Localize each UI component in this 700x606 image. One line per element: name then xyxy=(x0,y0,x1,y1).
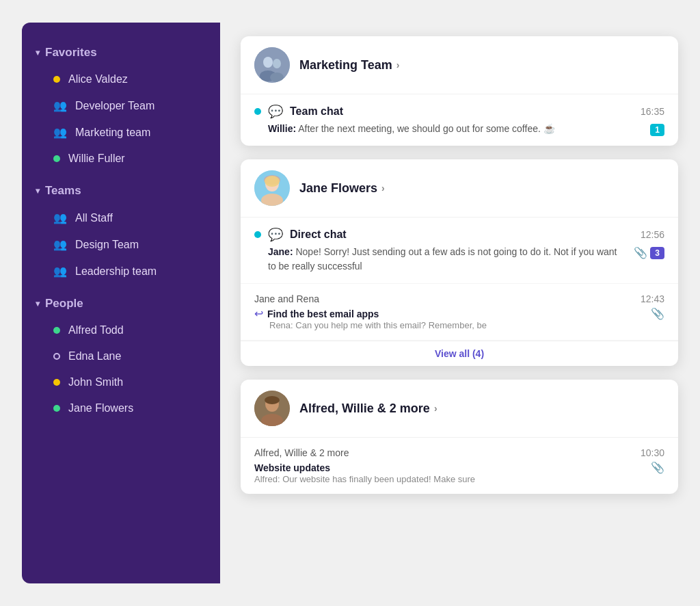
chat-preview-direct: Jane: Nope! Sorry! Just sending out a fe… xyxy=(254,245,627,274)
people-section[interactable]: ▾ People xyxy=(22,290,220,317)
card-title-jane: Jane Flowers › xyxy=(299,181,385,196)
sidebar-item-jane-flowers[interactable]: Jane Flowers xyxy=(26,395,216,421)
unread-badge-blue: 3 xyxy=(650,247,664,259)
chat-bubble-icon: 💬 xyxy=(268,227,283,242)
sidebar-item-edna[interactable]: Edna Lane xyxy=(26,343,216,369)
sub-participants: Jane and Rena xyxy=(254,293,319,304)
avatar-marketing xyxy=(254,47,290,83)
dot-empty-icon xyxy=(53,353,60,360)
online-indicator xyxy=(254,231,261,238)
sidebar-item-label: Edna Lane xyxy=(68,350,121,363)
chat-row-direct[interactable]: 💬 Direct chat 12:56 Jane: Nope! Sorry! J… xyxy=(241,218,678,284)
sidebar-item-willie[interactable]: Willie Fuller xyxy=(26,146,216,172)
sidebar-item-design-team[interactable]: 👥 Design Team xyxy=(26,231,216,258)
sidebar-item-label: All Staff xyxy=(75,212,113,224)
card-title-marketing: Marketing Team › xyxy=(299,58,399,73)
teams-label: Teams xyxy=(45,184,81,198)
sidebar-item-developer-team[interactable]: 👥 Developer Team xyxy=(26,92,216,119)
chevron-right-icon: › xyxy=(434,403,438,414)
main-content: Marketing Team › 💬 Team chat 16:35 Willi… xyxy=(220,23,678,583)
chevron-right-icon: › xyxy=(396,60,400,70)
dot-yellow-icon xyxy=(53,76,60,83)
group-participants: Alfred, Willie & 2 more xyxy=(254,447,349,458)
avatar-jane xyxy=(254,170,290,206)
dot-green-icon xyxy=(53,327,60,334)
sidebar-item-all-staff[interactable]: 👥 All Staff xyxy=(26,205,216,231)
group-sub-title: Website updates xyxy=(254,462,330,473)
sidebar-item-alice[interactable]: Alice Valdez xyxy=(26,66,216,92)
chevron-right-icon: › xyxy=(381,183,385,194)
team-icon: 👥 xyxy=(53,238,67,251)
sidebar-item-label: Willie Fuller xyxy=(68,153,125,165)
sidebar: ▾ Favorites Alice Valdez 👥 Developer Tea… xyxy=(22,23,220,583)
svg-point-2 xyxy=(273,59,281,68)
chat-time: 16:35 xyxy=(641,106,664,117)
attachment-icon: 📎 xyxy=(651,307,664,320)
svg-point-4 xyxy=(270,73,284,82)
card-header-marketing[interactable]: Marketing Team › xyxy=(241,36,678,94)
chat-preview: Willie: After the next meeting, we shoul… xyxy=(254,122,555,136)
dot-green-icon xyxy=(53,405,60,412)
svg-point-13 xyxy=(265,396,280,404)
card-marketing-team: Marketing Team › 💬 Team chat 16:35 Willi… xyxy=(241,36,678,146)
sidebar-item-label: Design Team xyxy=(75,239,139,251)
team-icon: 👥 xyxy=(53,99,67,112)
sidebar-item-label: Marketing team xyxy=(75,127,150,139)
sub-preview: Rena: Can you help me with this email? R… xyxy=(254,320,664,330)
chat-bubble-icon: 💬 xyxy=(268,104,283,119)
sidebar-item-label: Leadership team xyxy=(75,265,157,278)
chevron-teams-icon: ▾ xyxy=(36,186,40,196)
chat-title: Team chat xyxy=(290,105,343,118)
dot-yellow-icon xyxy=(53,379,60,386)
sidebar-item-label: Alice Valdez xyxy=(68,73,128,85)
sidebar-item-label: Alfred Todd xyxy=(68,324,124,337)
reply-icon: ↩ xyxy=(254,307,263,320)
sidebar-item-label: Developer Team xyxy=(75,100,154,112)
group-preview: Alfred: Our website has finally been upd… xyxy=(254,474,664,484)
team-icon: 👥 xyxy=(53,265,67,278)
sidebar-item-leadership-team[interactable]: 👥 Leadership team xyxy=(26,258,216,285)
people-label: People xyxy=(45,297,83,311)
card-header-alfred[interactable]: Alfred, Willie & 2 more › xyxy=(241,380,678,438)
sidebar-item-alfred[interactable]: Alfred Todd xyxy=(26,317,216,343)
attachment-icon: 📎 xyxy=(634,246,647,259)
online-indicator xyxy=(254,108,261,115)
chat-row-alfred-group[interactable]: Alfred, Willie & 2 more 10:30 Website up… xyxy=(241,438,678,494)
dot-green-icon xyxy=(53,155,60,162)
card-header-jane[interactable]: Jane Flowers › xyxy=(241,159,678,218)
teams-section[interactable]: ▾ Teams xyxy=(22,177,220,205)
team-icon: 👥 xyxy=(53,211,67,224)
avatar-alfred xyxy=(254,391,290,426)
chat-title-direct: Direct chat xyxy=(290,228,347,241)
chat-row-team-chat[interactable]: 💬 Team chat 16:35 Willie: After the next… xyxy=(241,94,678,146)
team-icon: 👥 xyxy=(53,126,67,139)
chat-time-direct: 12:56 xyxy=(641,229,664,240)
sidebar-item-label: Jane Flowers xyxy=(68,402,133,414)
favorites-label: Favorites xyxy=(45,46,97,60)
view-all-button[interactable]: View all (4) xyxy=(241,341,678,366)
sidebar-item-label: John Smith xyxy=(68,376,123,388)
attachment-icon: 📎 xyxy=(651,461,664,474)
favorites-section[interactable]: ▾ Favorites xyxy=(22,39,220,66)
chevron-favorites-icon: ▾ xyxy=(36,48,40,57)
unread-badge: 1 xyxy=(650,124,664,136)
card-title-alfred: Alfred, Willie & 2 more › xyxy=(299,401,438,416)
card-jane-flowers: Jane Flowers › 💬 Direct chat 12:56 Jane xyxy=(241,159,678,366)
svg-point-1 xyxy=(263,57,273,68)
sub-title: Find the best email apps xyxy=(267,308,379,319)
sub-time: 12:43 xyxy=(641,293,664,304)
svg-point-9 xyxy=(265,176,280,187)
chevron-people-icon: ▾ xyxy=(36,299,40,308)
sidebar-item-john[interactable]: John Smith xyxy=(26,369,216,395)
group-time: 10:30 xyxy=(641,447,664,458)
app-container: ▾ Favorites Alice Valdez 👥 Developer Tea… xyxy=(22,23,678,583)
sidebar-item-marketing-team[interactable]: 👥 Marketing team xyxy=(26,119,216,146)
chat-row-jane-rena[interactable]: Jane and Rena 12:43 ↩ Find the best emai… xyxy=(241,284,678,341)
card-alfred-group: Alfred, Willie & 2 more › Alfred, Willie… xyxy=(241,380,678,494)
